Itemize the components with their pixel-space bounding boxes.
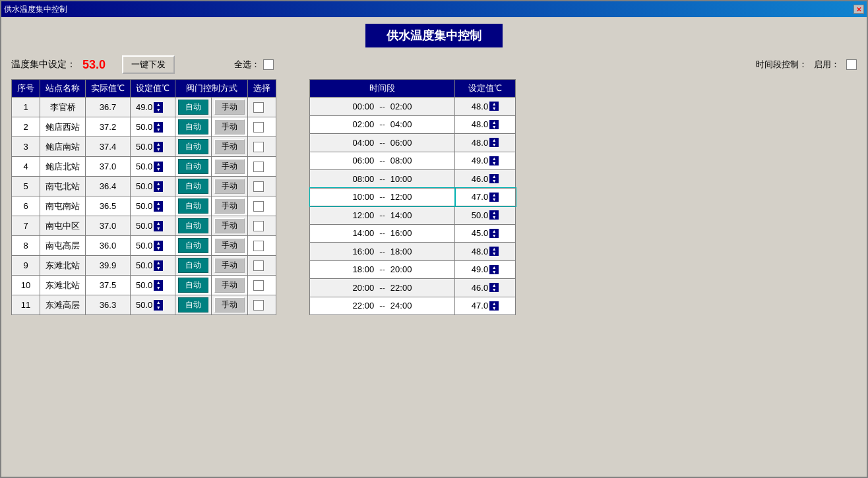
- enable-checkbox[interactable]: [846, 59, 857, 70]
- manual-button[interactable]: 手动: [214, 159, 245, 174]
- manual-button[interactable]: 手动: [214, 100, 245, 115]
- manual-button[interactable]: 手动: [214, 278, 245, 293]
- auto-button[interactable]: 自动: [178, 297, 208, 313]
- setpoint-spinner[interactable]: ▲ ▼: [154, 221, 163, 231]
- spin-down[interactable]: ▼: [489, 161, 499, 165]
- spin-up[interactable]: ▲: [154, 241, 163, 246]
- setpoint-spinner[interactable]: ▲ ▼: [154, 142, 163, 152]
- spin-up[interactable]: ▲: [489, 283, 499, 287]
- spin-up[interactable]: ▲: [154, 181, 163, 187]
- time-val-spinner[interactable]: ▲ ▼: [489, 102, 499, 111]
- manual-button[interactable]: 手动: [214, 119, 245, 134]
- row-checkbox[interactable]: [253, 102, 264, 113]
- manual-button[interactable]: 手动: [214, 198, 245, 214]
- time-val-spinner[interactable]: ▲ ▼: [489, 120, 499, 129]
- row-checkbox[interactable]: [253, 201, 264, 212]
- auto-button[interactable]: 自动: [178, 278, 208, 293]
- setpoint-spinner[interactable]: ▲ ▼: [154, 122, 163, 133]
- spin-down[interactable]: ▼: [489, 125, 499, 129]
- spin-down[interactable]: ▼: [489, 306, 499, 311]
- manual-button[interactable]: 手动: [214, 218, 245, 233]
- spin-down[interactable]: ▼: [154, 246, 163, 251]
- spin-up[interactable]: ▲: [489, 247, 499, 251]
- time-val-spinner[interactable]: ▲ ▼: [489, 247, 499, 256]
- row-checkbox[interactable]: [253, 241, 264, 251]
- spin-down[interactable]: ▼: [489, 197, 499, 202]
- row-checkbox[interactable]: [253, 162, 264, 172]
- row-checkbox[interactable]: [253, 260, 264, 271]
- time-val-spinner[interactable]: ▲ ▼: [489, 193, 499, 202]
- spin-down[interactable]: ▼: [489, 215, 499, 220]
- auto-button[interactable]: 自动: [178, 258, 208, 273]
- time-val-spinner[interactable]: ▲ ▼: [489, 283, 499, 292]
- time-val-spinner[interactable]: ▲ ▼: [489, 229, 499, 238]
- manual-button[interactable]: 手动: [214, 179, 245, 194]
- spin-up[interactable]: ▲: [154, 260, 163, 266]
- auto-button[interactable]: 自动: [178, 159, 208, 174]
- spin-down[interactable]: ▼: [154, 127, 163, 133]
- time-val-spinner[interactable]: ▲ ▼: [489, 174, 499, 183]
- spin-down[interactable]: ▼: [154, 107, 163, 113]
- spin-down[interactable]: ▼: [154, 266, 163, 271]
- spin-up[interactable]: ▲: [154, 280, 163, 285]
- spin-down[interactable]: ▼: [154, 285, 163, 291]
- row-checkbox[interactable]: [253, 300, 264, 311]
- spin-up[interactable]: ▲: [489, 156, 499, 161]
- row-checkbox[interactable]: [253, 181, 264, 192]
- spin-down[interactable]: ▼: [154, 147, 163, 152]
- spin-up[interactable]: ▲: [489, 229, 499, 233]
- spin-up[interactable]: ▲: [154, 162, 163, 167]
- spin-down[interactable]: ▼: [489, 142, 499, 147]
- spin-down[interactable]: ▼: [154, 305, 163, 311]
- spin-up[interactable]: ▲: [489, 138, 499, 142]
- time-val-spinner[interactable]: ▲ ▼: [489, 210, 499, 220]
- spin-down[interactable]: ▼: [489, 287, 499, 292]
- auto-button[interactable]: 自动: [178, 238, 208, 253]
- row-checkbox[interactable]: [253, 122, 264, 133]
- close-button[interactable]: ✕: [853, 5, 864, 14]
- auto-button[interactable]: 自动: [178, 100, 208, 115]
- setpoint-spinner[interactable]: ▲ ▼: [154, 102, 163, 113]
- select-all-checkbox[interactable]: [263, 59, 274, 70]
- spin-up[interactable]: ▲: [154, 201, 163, 206]
- spin-up[interactable]: ▲: [154, 221, 163, 226]
- setpoint-spinner[interactable]: ▲ ▼: [154, 280, 163, 291]
- spin-up[interactable]: ▲: [154, 122, 163, 127]
- setpoint-spinner[interactable]: ▲ ▼: [154, 181, 163, 192]
- auto-button[interactable]: 自动: [178, 198, 208, 214]
- time-val-spinner[interactable]: ▲ ▼: [489, 138, 499, 147]
- spin-up[interactable]: ▲: [489, 301, 499, 306]
- row-checkbox[interactable]: [253, 221, 264, 231]
- auto-button[interactable]: 自动: [178, 218, 208, 233]
- spin-down[interactable]: ▼: [154, 226, 163, 231]
- spin-up[interactable]: ▲: [489, 174, 499, 179]
- spin-down[interactable]: ▼: [154, 206, 163, 212]
- row-checkbox[interactable]: [253, 280, 264, 291]
- spin-down[interactable]: ▼: [154, 167, 163, 172]
- manual-button[interactable]: 手动: [214, 238, 245, 253]
- time-val-spinner[interactable]: ▲ ▼: [489, 301, 499, 311]
- setpoint-spinner[interactable]: ▲ ▼: [154, 162, 163, 172]
- spin-down[interactable]: ▼: [489, 251, 499, 256]
- manual-button[interactable]: 手动: [214, 258, 245, 273]
- row-checkbox[interactable]: [253, 142, 264, 152]
- manual-button[interactable]: 手动: [214, 139, 245, 154]
- auto-button[interactable]: 自动: [178, 119, 208, 134]
- spin-down[interactable]: ▼: [489, 233, 499, 238]
- manual-button[interactable]: 手动: [214, 297, 245, 313]
- spin-up[interactable]: ▲: [154, 300, 163, 305]
- spin-up[interactable]: ▲: [489, 193, 499, 197]
- setpoint-spinner[interactable]: ▲ ▼: [154, 300, 163, 311]
- spin-up[interactable]: ▲: [489, 120, 499, 125]
- spin-down[interactable]: ▼: [489, 270, 499, 274]
- setpoint-spinner[interactable]: ▲ ▼: [154, 260, 163, 271]
- spin-up[interactable]: ▲: [489, 210, 499, 215]
- spin-up[interactable]: ▲: [154, 102, 163, 107]
- time-val-spinner[interactable]: ▲ ▼: [489, 265, 499, 274]
- spin-up[interactable]: ▲: [489, 102, 499, 106]
- setpoint-spinner[interactable]: ▲ ▼: [154, 201, 163, 212]
- auto-button[interactable]: 自动: [178, 139, 208, 154]
- spin-down[interactable]: ▼: [489, 179, 499, 183]
- time-val-spinner[interactable]: ▲ ▼: [489, 156, 499, 165]
- send-button[interactable]: 一键下发: [122, 55, 175, 74]
